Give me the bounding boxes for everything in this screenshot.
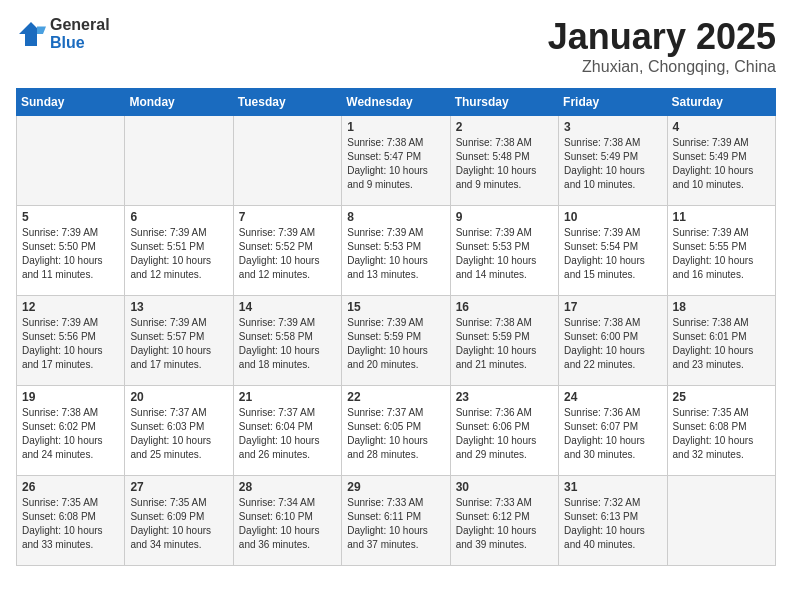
- day-info: Sunrise: 7:35 AM Sunset: 6:08 PM Dayligh…: [22, 496, 119, 552]
- day-info: Sunrise: 7:37 AM Sunset: 6:03 PM Dayligh…: [130, 406, 227, 462]
- day-info: Sunrise: 7:33 AM Sunset: 6:11 PM Dayligh…: [347, 496, 444, 552]
- day-number: 7: [239, 210, 336, 224]
- day-cell: 23Sunrise: 7:36 AM Sunset: 6:06 PM Dayli…: [450, 386, 558, 476]
- day-cell: 31Sunrise: 7:32 AM Sunset: 6:13 PM Dayli…: [559, 476, 667, 566]
- day-number: 29: [347, 480, 444, 494]
- day-cell: 14Sunrise: 7:39 AM Sunset: 5:58 PM Dayli…: [233, 296, 341, 386]
- day-number: 16: [456, 300, 553, 314]
- week-row-1: 1Sunrise: 7:38 AM Sunset: 5:47 PM Daylig…: [17, 116, 776, 206]
- day-number: 27: [130, 480, 227, 494]
- day-number: 17: [564, 300, 661, 314]
- day-cell: [233, 116, 341, 206]
- day-info: Sunrise: 7:39 AM Sunset: 5:52 PM Dayligh…: [239, 226, 336, 282]
- header-cell-thursday: Thursday: [450, 89, 558, 116]
- calendar-table: SundayMondayTuesdayWednesdayThursdayFrid…: [16, 88, 776, 566]
- day-info: Sunrise: 7:39 AM Sunset: 5:49 PM Dayligh…: [673, 136, 770, 192]
- week-row-4: 19Sunrise: 7:38 AM Sunset: 6:02 PM Dayli…: [17, 386, 776, 476]
- header-cell-friday: Friday: [559, 89, 667, 116]
- header-cell-wednesday: Wednesday: [342, 89, 450, 116]
- day-cell: 22Sunrise: 7:37 AM Sunset: 6:05 PM Dayli…: [342, 386, 450, 476]
- day-number: 22: [347, 390, 444, 404]
- day-info: Sunrise: 7:33 AM Sunset: 6:12 PM Dayligh…: [456, 496, 553, 552]
- day-info: Sunrise: 7:39 AM Sunset: 5:59 PM Dayligh…: [347, 316, 444, 372]
- day-info: Sunrise: 7:39 AM Sunset: 5:54 PM Dayligh…: [564, 226, 661, 282]
- day-cell: 18Sunrise: 7:38 AM Sunset: 6:01 PM Dayli…: [667, 296, 775, 386]
- day-cell: 30Sunrise: 7:33 AM Sunset: 6:12 PM Dayli…: [450, 476, 558, 566]
- week-row-3: 12Sunrise: 7:39 AM Sunset: 5:56 PM Dayli…: [17, 296, 776, 386]
- day-cell: 12Sunrise: 7:39 AM Sunset: 5:56 PM Dayli…: [17, 296, 125, 386]
- day-number: 31: [564, 480, 661, 494]
- day-number: 18: [673, 300, 770, 314]
- svg-marker-1: [37, 26, 46, 34]
- title-block: January 2025 Zhuxian, Chongqing, China: [548, 16, 776, 76]
- day-cell: 17Sunrise: 7:38 AM Sunset: 6:00 PM Dayli…: [559, 296, 667, 386]
- header-cell-monday: Monday: [125, 89, 233, 116]
- logo-blue-text: Blue: [50, 34, 110, 52]
- day-info: Sunrise: 7:39 AM Sunset: 5:50 PM Dayligh…: [22, 226, 119, 282]
- day-number: 6: [130, 210, 227, 224]
- day-cell: [17, 116, 125, 206]
- day-number: 9: [456, 210, 553, 224]
- day-info: Sunrise: 7:38 AM Sunset: 5:59 PM Dayligh…: [456, 316, 553, 372]
- header-cell-sunday: Sunday: [17, 89, 125, 116]
- day-cell: 15Sunrise: 7:39 AM Sunset: 5:59 PM Dayli…: [342, 296, 450, 386]
- day-number: 23: [456, 390, 553, 404]
- day-cell: 26Sunrise: 7:35 AM Sunset: 6:08 PM Dayli…: [17, 476, 125, 566]
- logo-general-text: General: [50, 16, 110, 34]
- day-number: 13: [130, 300, 227, 314]
- day-info: Sunrise: 7:39 AM Sunset: 5:51 PM Dayligh…: [130, 226, 227, 282]
- day-info: Sunrise: 7:38 AM Sunset: 5:47 PM Dayligh…: [347, 136, 444, 192]
- day-cell: 4Sunrise: 7:39 AM Sunset: 5:49 PM Daylig…: [667, 116, 775, 206]
- day-number: 20: [130, 390, 227, 404]
- day-cell: 1Sunrise: 7:38 AM Sunset: 5:47 PM Daylig…: [342, 116, 450, 206]
- calendar-title: January 2025: [548, 16, 776, 58]
- day-cell: 19Sunrise: 7:38 AM Sunset: 6:02 PM Dayli…: [17, 386, 125, 476]
- day-number: 4: [673, 120, 770, 134]
- day-number: 8: [347, 210, 444, 224]
- day-number: 28: [239, 480, 336, 494]
- day-info: Sunrise: 7:34 AM Sunset: 6:10 PM Dayligh…: [239, 496, 336, 552]
- day-number: 19: [22, 390, 119, 404]
- day-info: Sunrise: 7:38 AM Sunset: 5:49 PM Dayligh…: [564, 136, 661, 192]
- day-cell: 11Sunrise: 7:39 AM Sunset: 5:55 PM Dayli…: [667, 206, 775, 296]
- day-cell: 25Sunrise: 7:35 AM Sunset: 6:08 PM Dayli…: [667, 386, 775, 476]
- day-cell: 6Sunrise: 7:39 AM Sunset: 5:51 PM Daylig…: [125, 206, 233, 296]
- day-number: 12: [22, 300, 119, 314]
- day-cell: 20Sunrise: 7:37 AM Sunset: 6:03 PM Dayli…: [125, 386, 233, 476]
- day-cell: 5Sunrise: 7:39 AM Sunset: 5:50 PM Daylig…: [17, 206, 125, 296]
- day-info: Sunrise: 7:38 AM Sunset: 6:01 PM Dayligh…: [673, 316, 770, 372]
- day-info: Sunrise: 7:32 AM Sunset: 6:13 PM Dayligh…: [564, 496, 661, 552]
- day-info: Sunrise: 7:35 AM Sunset: 6:09 PM Dayligh…: [130, 496, 227, 552]
- page-header: General Blue January 2025 Zhuxian, Chong…: [16, 16, 776, 76]
- day-info: Sunrise: 7:38 AM Sunset: 6:00 PM Dayligh…: [564, 316, 661, 372]
- day-cell: 7Sunrise: 7:39 AM Sunset: 5:52 PM Daylig…: [233, 206, 341, 296]
- day-number: 15: [347, 300, 444, 314]
- day-cell: 10Sunrise: 7:39 AM Sunset: 5:54 PM Dayli…: [559, 206, 667, 296]
- day-cell: 28Sunrise: 7:34 AM Sunset: 6:10 PM Dayli…: [233, 476, 341, 566]
- day-info: Sunrise: 7:36 AM Sunset: 6:06 PM Dayligh…: [456, 406, 553, 462]
- day-cell: 9Sunrise: 7:39 AM Sunset: 5:53 PM Daylig…: [450, 206, 558, 296]
- day-cell: 8Sunrise: 7:39 AM Sunset: 5:53 PM Daylig…: [342, 206, 450, 296]
- day-number: 3: [564, 120, 661, 134]
- day-cell: 29Sunrise: 7:33 AM Sunset: 6:11 PM Dayli…: [342, 476, 450, 566]
- day-number: 11: [673, 210, 770, 224]
- day-number: 24: [564, 390, 661, 404]
- day-cell: [125, 116, 233, 206]
- day-info: Sunrise: 7:39 AM Sunset: 5:57 PM Dayligh…: [130, 316, 227, 372]
- day-number: 25: [673, 390, 770, 404]
- day-number: 1: [347, 120, 444, 134]
- header-row: SundayMondayTuesdayWednesdayThursdayFrid…: [17, 89, 776, 116]
- day-number: 30: [456, 480, 553, 494]
- day-number: 14: [239, 300, 336, 314]
- day-cell: 16Sunrise: 7:38 AM Sunset: 5:59 PM Dayli…: [450, 296, 558, 386]
- logo-icon: [16, 19, 46, 49]
- day-number: 5: [22, 210, 119, 224]
- day-cell: [667, 476, 775, 566]
- day-info: Sunrise: 7:39 AM Sunset: 5:56 PM Dayligh…: [22, 316, 119, 372]
- day-cell: 21Sunrise: 7:37 AM Sunset: 6:04 PM Dayli…: [233, 386, 341, 476]
- week-row-5: 26Sunrise: 7:35 AM Sunset: 6:08 PM Dayli…: [17, 476, 776, 566]
- day-cell: 2Sunrise: 7:38 AM Sunset: 5:48 PM Daylig…: [450, 116, 558, 206]
- day-cell: 27Sunrise: 7:35 AM Sunset: 6:09 PM Dayli…: [125, 476, 233, 566]
- day-number: 21: [239, 390, 336, 404]
- day-number: 26: [22, 480, 119, 494]
